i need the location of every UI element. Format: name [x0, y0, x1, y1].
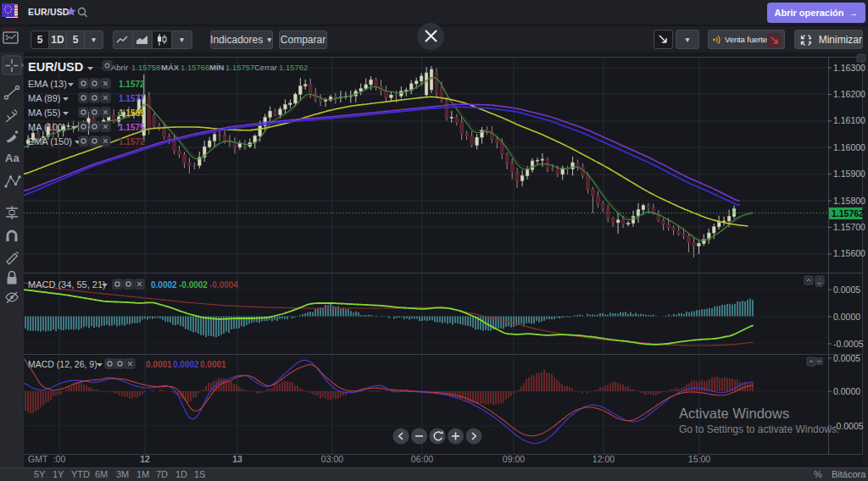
svg-text:-0.0004: -0.0004: [209, 280, 238, 290]
svg-text:1.16000: 1.16000: [833, 142, 865, 152]
svg-text:12: 12: [140, 454, 150, 464]
svg-text:09:00: 09:00: [503, 454, 525, 464]
svg-text:MACD (34, 55, 21): MACD (34, 55, 21): [28, 279, 106, 290]
svg-text:EMA (150): EMA (150): [28, 136, 72, 147]
svg-text:Aa: Aa: [5, 152, 19, 164]
svg-text:1.15762: 1.15762: [279, 63, 308, 72]
svg-text:MÍN: MÍN: [209, 63, 225, 72]
svg-text:0.0001: 0.0001: [200, 360, 226, 369]
svg-text:0.0005: 0.0005: [833, 285, 860, 295]
svg-text:03:00: 03:00: [321, 454, 343, 464]
svg-text:-0.0005: -0.0005: [833, 339, 864, 349]
svg-text:MACD (12, 26, 9): MACD (12, 26, 9): [28, 359, 97, 369]
svg-text:0.0002: 0.0002: [151, 280, 177, 290]
svg-text:-0.0002: -0.0002: [179, 280, 208, 290]
svg-text:1.1577: 1.1577: [119, 94, 145, 103]
svg-text:0.0002: 0.0002: [173, 360, 199, 369]
svg-text:1.1572: 1.1572: [119, 80, 145, 89]
svg-text:1.15762: 1.15762: [832, 208, 864, 218]
svg-text:1.16200: 1.16200: [833, 89, 865, 99]
svg-text:06:00: 06:00: [411, 454, 433, 464]
svg-text:MA (100): MA (100): [28, 122, 66, 132]
svg-text:1.15758: 1.15758: [131, 63, 160, 72]
svg-text:1.16100: 1.16100: [833, 115, 865, 125]
svg-text:0.0000: 0.0000: [833, 312, 860, 322]
svg-text:1.1572: 1.1572: [119, 137, 145, 147]
svg-text:EMA (13): EMA (13): [28, 79, 67, 89]
svg-text:1.15757: 1.15757: [225, 63, 254, 72]
svg-text:1.15800: 1.15800: [833, 196, 865, 206]
svg-text:0.0001: 0.0001: [146, 360, 172, 369]
svg-text::00: :00: [53, 454, 66, 464]
svg-text:EUR/USD: EUR/USD: [28, 60, 83, 74]
svg-text:1.15900: 1.15900: [833, 169, 865, 179]
svg-text:MA (89): MA (89): [28, 93, 61, 103]
svg-text:1.15766: 1.15766: [181, 63, 209, 72]
svg-text:1.1569: 1.1569: [119, 108, 145, 118]
svg-text:1.1575: 1.1575: [119, 123, 145, 132]
svg-text:12:00: 12:00: [593, 454, 615, 464]
svg-text:GMT: GMT: [28, 454, 48, 464]
svg-text:1.15700: 1.15700: [833, 222, 865, 232]
svg-text:1.15600: 1.15600: [833, 248, 865, 258]
svg-text:Cerrar: Cerrar: [254, 63, 277, 72]
svg-text:13: 13: [232, 454, 242, 464]
svg-text:MA (55): MA (55): [28, 108, 61, 118]
svg-text:0.0005: 0.0005: [833, 353, 860, 363]
svg-text:Abrir: Abrir: [111, 63, 128, 72]
svg-text:MÁX: MÁX: [161, 63, 180, 72]
svg-text:15:00: 15:00: [688, 454, 710, 464]
svg-text:0.0000: 0.0000: [833, 386, 860, 396]
svg-text:Activate Windows: Activate Windows: [679, 406, 789, 421]
svg-text:1.16300: 1.16300: [833, 63, 865, 73]
svg-text:Go to Settings to activate Win: Go to Settings to activate Windows.: [679, 423, 839, 435]
